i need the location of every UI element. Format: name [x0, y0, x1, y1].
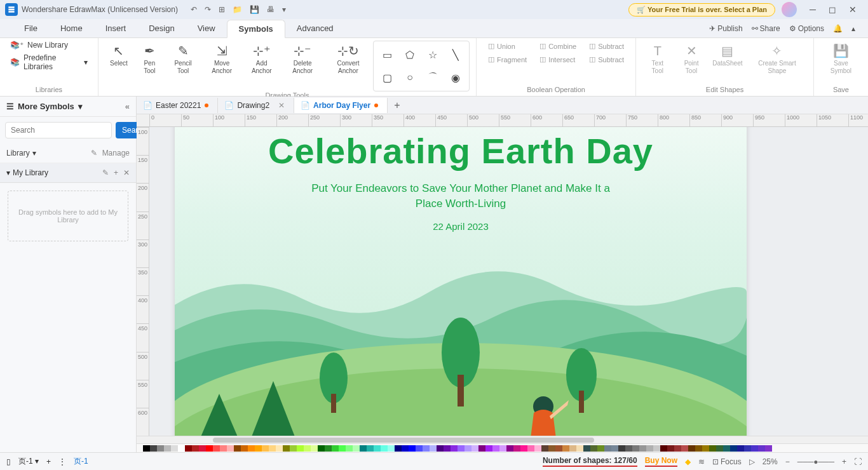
combine-button[interactable]: ◫Combine: [537, 41, 579, 51]
zoom-in-button[interactable]: +: [842, 457, 846, 466]
datasheet-tool[interactable]: ▤DataSheet: [710, 41, 745, 70]
color-swatch[interactable]: [311, 445, 318, 452]
color-swatch[interactable]: [611, 445, 618, 452]
color-swatch[interactable]: [381, 445, 388, 452]
zoom-out-button[interactable]: −: [785, 457, 790, 466]
edit-icon[interactable]: ✎: [91, 149, 97, 158]
color-swatch[interactable]: [646, 445, 653, 452]
color-swatch[interactable]: [353, 445, 360, 452]
color-swatch[interactable]: [332, 445, 339, 452]
color-swatch[interactable]: [499, 445, 506, 452]
color-swatch[interactable]: [569, 445, 576, 452]
outline-icon[interactable]: ▯: [6, 457, 11, 466]
select-tool[interactable]: ↖Select: [105, 41, 133, 70]
menu-file[interactable]: File: [13, 20, 49, 37]
color-swatch[interactable]: [325, 445, 332, 452]
color-swatch[interactable]: [185, 445, 192, 452]
undo-icon[interactable]: ↶: [191, 5, 197, 14]
color-swatch[interactable]: [157, 445, 164, 452]
point-tool[interactable]: ✕Point Tool: [675, 41, 707, 77]
color-swatch[interactable]: [360, 445, 367, 452]
color-swatch[interactable]: [520, 445, 527, 452]
delete-anchor-tool[interactable]: ⊹⁻Delete Anchor: [282, 41, 323, 77]
color-swatch[interactable]: [485, 445, 492, 452]
library-drop-zone[interactable]: Drag symbols here to add to My Library: [8, 191, 128, 241]
color-swatch[interactable]: [220, 445, 227, 452]
qat-dropdown-icon[interactable]: ▾: [282, 5, 286, 14]
color-swatch[interactable]: [346, 445, 353, 452]
color-swatch[interactable]: [555, 445, 562, 452]
color-swatch[interactable]: [255, 445, 262, 452]
save-icon[interactable]: 💾: [250, 5, 259, 14]
menu-design[interactable]: Design: [137, 20, 186, 37]
color-swatch[interactable]: [283, 445, 290, 452]
new-tab-button[interactable]: +: [388, 100, 406, 111]
color-swatch[interactable]: [695, 445, 702, 452]
color-swatch[interactable]: [402, 445, 409, 452]
color-swatch[interactable]: [639, 445, 646, 452]
shape-spiral[interactable]: ◉: [446, 68, 465, 87]
color-swatch[interactable]: [437, 445, 444, 452]
color-swatch[interactable]: [737, 445, 744, 452]
color-swatch[interactable]: [653, 445, 660, 452]
color-swatch[interactable]: [416, 445, 423, 452]
color-swatch[interactable]: [458, 445, 465, 452]
pen-tool[interactable]: ✒Pen Tool: [135, 41, 164, 77]
union-button[interactable]: ◫Union: [485, 41, 529, 51]
search-input[interactable]: [5, 122, 112, 138]
color-swatch[interactable]: [604, 445, 611, 452]
color-swatch[interactable]: [465, 445, 471, 452]
color-swatch[interactable]: [143, 445, 150, 452]
color-swatch[interactable]: [444, 445, 451, 452]
collapse-panel-icon[interactable]: «: [125, 102, 130, 111]
color-swatch[interactable]: [297, 445, 304, 452]
page-selector[interactable]: 页-1 ▾: [18, 456, 39, 467]
color-swatch[interactable]: [213, 445, 220, 452]
color-swatch[interactable]: [723, 445, 730, 452]
shape-star[interactable]: ☆: [423, 45, 442, 64]
color-swatch[interactable]: [451, 445, 458, 452]
move-anchor-tool[interactable]: ⇲Move Anchor: [202, 41, 241, 77]
user-avatar[interactable]: [782, 2, 797, 17]
menu-view[interactable]: View: [186, 20, 227, 37]
tab-easter[interactable]: 📄 Easter 20221: [137, 98, 218, 113]
zoom-slider[interactable]: ───●───: [797, 457, 834, 466]
chevron-down-icon[interactable]: ▾: [32, 149, 36, 158]
menu-home[interactable]: Home: [49, 20, 94, 37]
notification-icon[interactable]: 🔔: [833, 24, 843, 33]
color-swatch[interactable]: [423, 445, 430, 452]
color-swatch[interactable]: [241, 445, 248, 452]
new-library-button[interactable]: 📚⁺New Library: [10, 41, 88, 50]
shape-circle[interactable]: ○: [400, 68, 419, 87]
remove-icon[interactable]: ✕: [123, 168, 130, 177]
color-swatch[interactable]: [583, 445, 590, 452]
focus-button[interactable]: ⊡ Focus: [712, 457, 742, 466]
color-swatch[interactable]: [164, 445, 171, 452]
new-icon[interactable]: ⊞: [219, 5, 225, 14]
intersect-button[interactable]: ◫Intersect: [537, 54, 579, 65]
color-swatch[interactable]: [339, 445, 346, 452]
color-swatch[interactable]: [534, 445, 541, 452]
pencil-tool[interactable]: ✎Pencil Tool: [166, 41, 200, 77]
options-button[interactable]: ⚙ Options: [789, 24, 824, 33]
trial-banner[interactable]: 🛒 Your Free Trial is over. Select a Plan: [628, 3, 775, 17]
color-swatch[interactable]: [765, 445, 772, 452]
rename-icon[interactable]: ✎: [102, 168, 109, 177]
color-swatch[interactable]: [625, 445, 632, 452]
color-swatch[interactable]: [548, 445, 555, 452]
color-swatch[interactable]: [471, 445, 478, 452]
color-swatch[interactable]: [660, 445, 667, 452]
color-swatch[interactable]: [409, 445, 416, 452]
color-swatch[interactable]: [171, 445, 178, 452]
color-swatch[interactable]: [758, 445, 765, 452]
more-symbols-header[interactable]: ☰ More Symbols ▾ «: [0, 97, 136, 117]
print-icon[interactable]: 🖶: [267, 5, 275, 14]
color-swatch[interactable]: [562, 445, 569, 452]
ribbon-collapse-icon[interactable]: ▴: [851, 24, 855, 33]
predefine-libraries-button[interactable]: 📚Predefine Libraries▾: [10, 53, 88, 71]
menu-advanced[interactable]: Advanced: [285, 20, 345, 37]
color-swatch[interactable]: [527, 445, 534, 452]
color-swatch[interactable]: [730, 445, 737, 452]
shape-line[interactable]: ╲: [446, 45, 465, 64]
color-swatch[interactable]: [674, 445, 681, 452]
